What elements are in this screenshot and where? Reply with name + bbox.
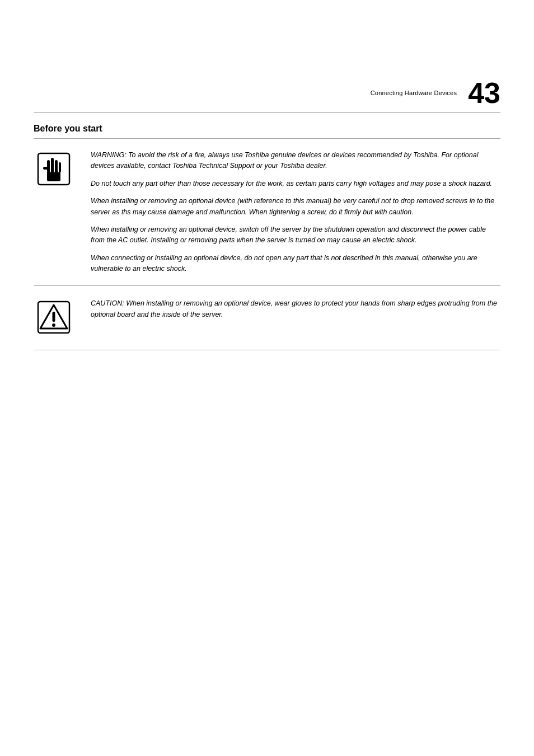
- svg-rect-2: [47, 160, 50, 172]
- chapter-number: 43: [468, 78, 500, 107]
- svg-rect-4: [55, 160, 58, 172]
- chapter-title-area: Connecting Hardware Devices 43: [371, 78, 500, 107]
- section-heading: Before you start: [0, 112, 534, 138]
- warning-para-1: WARNING: To avoid the risk of a fire, al…: [91, 150, 500, 172]
- caution-text: CAUTION: When installing or removing an …: [91, 298, 500, 320]
- caution-bottom-divider: [34, 350, 500, 350]
- page-container: Connecting Hardware Devices 43 Before yo…: [0, 0, 534, 756]
- warning-block: WARNING: To avoid the risk of a fire, al…: [0, 139, 534, 274]
- svg-point-13: [52, 323, 55, 327]
- svg-rect-1: [47, 171, 60, 181]
- svg-rect-8: [54, 160, 55, 172]
- triangle-caution-icon: [37, 300, 71, 334]
- warning-para-4: When installing or removing an optional …: [91, 224, 500, 246]
- page-header: Connecting Hardware Devices 43: [0, 0, 534, 107]
- svg-rect-6: [43, 167, 48, 170]
- warning-para-2: Do not touch any part other than those n…: [91, 179, 500, 189]
- warning-icon: [34, 150, 74, 190]
- svg-rect-5: [59, 162, 61, 172]
- caution-icon-wrapper: [34, 298, 74, 339]
- svg-rect-3: [51, 158, 54, 172]
- chapter-title: Connecting Hardware Devices: [371, 90, 457, 96]
- hand-warning-icon: [37, 152, 71, 186]
- svg-rect-9: [58, 162, 59, 172]
- section-title: Before you start: [34, 124, 500, 134]
- caution-content: CAUTION: When installing or removing an …: [91, 298, 500, 339]
- warning-para-3: When installing or removing an optional …: [91, 196, 500, 218]
- caution-block: CAUTION: When installing or removing an …: [0, 286, 534, 339]
- svg-rect-12: [53, 312, 55, 322]
- warning-para-5: When connecting or installing an optiona…: [91, 253, 500, 275]
- svg-rect-7: [50, 160, 51, 172]
- warning-content: WARNING: To avoid the risk of a fire, al…: [91, 150, 500, 274]
